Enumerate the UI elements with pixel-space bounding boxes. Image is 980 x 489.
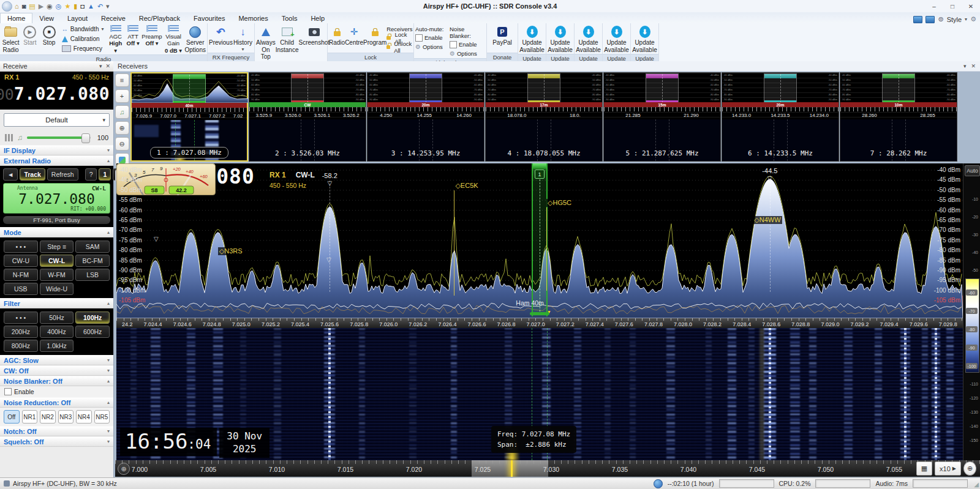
tuning-box[interactable]: 1 ▼ [532, 163, 548, 316]
external-radio-header[interactable]: External Radio▴ [0, 155, 113, 166]
filter-button-10khz[interactable]: 1.0kHz [40, 340, 74, 352]
filter-button-[interactable]: • • • [4, 312, 38, 324]
profile-icon[interactable]: ▲ [88, 3, 94, 10]
chevron-down-icon[interactable]: ▾ [107, 357, 110, 363]
receiver-card-6[interactable]: -40 dBm-40 dBm-50 dBm-50 dBm-60 dBm-60 d… [722, 72, 839, 162]
mode-button-sam[interactable]: SAM [75, 241, 110, 253]
receiver-card-2[interactable]: -40 dBm-40 dBm-50 dBm-50 dBm-60 dBm-60 d… [249, 72, 366, 162]
update-available-button[interactable]: ⬇UpdateAvailable [576, 24, 601, 53]
squelch-header[interactable]: Squelch: Off▾ [0, 436, 113, 447]
minimize-button[interactable]: – [925, 1, 943, 12]
gear-icon[interactable]: ⚙ [970, 15, 976, 23]
chevron-down-icon[interactable]: ▾ [107, 428, 110, 434]
cw-header[interactable]: CW: Off▾ [0, 365, 113, 376]
child-instance-button[interactable]: ChildInstance [276, 24, 299, 61]
always-on-top-button[interactable]: AlwaysOn Top [256, 24, 276, 61]
screenshot-button[interactable]: Screenshot [299, 24, 330, 61]
monitor-icon[interactable] [925, 16, 935, 23]
close-icon[interactable]: ✕ [105, 63, 110, 69]
chevron-down-icon[interactable]: ▾ [963, 63, 967, 69]
if-display-header[interactable]: IF Display▾ [0, 145, 113, 155]
previous-button[interactable]: ↶Previous [209, 24, 233, 52]
tab-favourites[interactable]: Favourites [187, 13, 232, 23]
bandwidth-button[interactable]: ↔Bandwidth▾ [61, 24, 105, 34]
mini-tuning-box[interactable] [527, 73, 560, 103]
nav-zoom-in-button[interactable]: ⊕ [963, 461, 976, 476]
callsign-label-hg5c[interactable]: ◇HG5C [546, 199, 573, 207]
style-button[interactable]: Style [947, 16, 962, 23]
ext-back-button[interactable]: ◄ [3, 168, 18, 181]
tab-layout[interactable]: Layout [61, 13, 94, 23]
auto-range-button[interactable]: Auto [965, 165, 980, 176]
lock-program-button[interactable]: Program [363, 24, 386, 52]
update-available-button[interactable]: ⬇UpdateAvailable [632, 24, 657, 53]
mode-button-step[interactable]: Step ≡ [40, 241, 74, 253]
maximize-button[interactable]: □ [943, 1, 962, 12]
noise-reduction-header[interactable]: Noise Reduction: Off▴ [0, 397, 113, 408]
volume-handle[interactable] [81, 133, 90, 143]
mini-tuning-box[interactable] [173, 74, 206, 104]
tab-view[interactable]: View [32, 13, 61, 23]
callsign-label-n3rs[interactable]: ◇N3RS [218, 247, 244, 255]
nr-button-nr4[interactable]: NR4 [76, 410, 92, 424]
collapse-icon[interactable]: ▴ [107, 158, 110, 163]
collapse-icon[interactable]: ▴ [107, 230, 110, 235]
filter-header[interactable]: Filter▴ [0, 298, 113, 308]
receiver-card-4[interactable]: -40 dBm-40 dBm-50 dBm-50 dBm-60 dBm-60 d… [485, 72, 603, 162]
calibration-button[interactable]: Calibration [61, 34, 105, 43]
lock-icon[interactable]: ▮ [74, 3, 77, 10]
update-available-button[interactable]: ⬇UpdateAvailable [519, 24, 545, 53]
nr-button-nr5[interactable]: NR5 [94, 410, 110, 424]
frequency-digits[interactable]: 7.027.080 [14, 84, 110, 104]
frequency-display[interactable]: RX 1 450 - 550 Hz 0.007.027.080 [0, 72, 113, 110]
paypal-button[interactable]: PPayPal [489, 24, 516, 52]
tab-receive[interactable]: Receive [94, 13, 132, 23]
star-icon[interactable]: ★ [64, 3, 70, 10]
unlock-all-button[interactable]: Unlock All [386, 43, 413, 51]
auto-mute-enable[interactable]: Enable [415, 34, 450, 42]
close-button[interactable]: ✕ [962, 1, 980, 12]
speaker-icon[interactable]: ♫ [17, 133, 23, 142]
checkbox-icon[interactable] [415, 34, 423, 42]
palette-badge[interactable]: -90 [966, 345, 978, 351]
mini-tuning-box[interactable] [646, 73, 679, 103]
mode-button-wideu[interactable]: Wide-U [40, 283, 74, 295]
mode-button-bcfm[interactable]: BC-FM [75, 255, 110, 267]
chevron-down-icon[interactable]: ▾ [107, 439, 110, 444]
agc-button[interactable]: AGCHigh ▾ [107, 24, 124, 54]
visual-gain-button[interactable]: Visual Gain0 dB ▾ [162, 24, 185, 54]
waterfall[interactable]: 16:56:04 30 Nov2025 Freq: 7.027.08 MHzSp… [116, 328, 963, 460]
mode-button-[interactable]: • • • [4, 241, 38, 253]
mini-tuning-box[interactable] [882, 73, 915, 103]
profile-dropdown[interactable]: Default▾ [4, 113, 110, 127]
mode-button-wfm[interactable]: W-FM [40, 269, 74, 281]
mini-tuning-box[interactable] [764, 73, 797, 103]
record-icon[interactable]: ◉ [47, 3, 53, 10]
monitor-icon[interactable] [913, 16, 922, 23]
add-receiver-button[interactable]: + [115, 89, 129, 103]
tab-home[interactable]: Home [0, 13, 32, 23]
main-spectrum[interactable]: 1 ▼ 7.027.080 RX 1CW-L 450 - 550 Hz 1 3 … [116, 163, 963, 318]
collapse-icon[interactable]: ▴ [107, 300, 110, 306]
spectrum-frequency-axis[interactable]: 24.27.024.47.024.67.024.87.025.07.025.27… [116, 318, 963, 328]
chevron-down-icon[interactable]: ▾ [965, 17, 967, 22]
filter-button-600hz[interactable]: 600Hz [75, 326, 110, 338]
receiver-card-5[interactable]: -40 dBm-40 dBm-50 dBm-50 dBm-60 dBm-60 d… [603, 72, 721, 162]
receiver-card-3[interactable]: -40 dBm-40 dBm-50 dBm-50 dBm-60 dBm-60 d… [367, 72, 484, 162]
frequency-button[interactable]: Frequency [61, 44, 105, 53]
tab-rec-playback[interactable]: Rec/Playback [132, 13, 187, 23]
track-button[interactable]: Track [20, 168, 45, 181]
ext-help-button[interactable]: ? [85, 168, 97, 181]
mode-button-lsb[interactable]: LSB [75, 269, 110, 281]
nr-button-nr1[interactable]: NR1 [22, 410, 38, 424]
palette-badge[interactable]: -80 [966, 326, 978, 332]
update-available-button[interactable]: ⬇UpdateAvailable [604, 24, 629, 53]
callsign-label-n4ww[interactable]: ◇N4WW [753, 216, 782, 224]
resize-grip[interactable]: ◢ [974, 481, 979, 488]
checkbox-icon[interactable] [450, 41, 457, 48]
nr-button-nr2[interactable]: NR2 [40, 410, 56, 424]
menu-icon[interactable]: ≡ [115, 73, 129, 87]
close-icon[interactable]: ✕ [971, 63, 976, 69]
att-button[interactable]: ATTOff ▾ [124, 24, 141, 54]
mini-tuning-box[interactable] [409, 73, 442, 103]
